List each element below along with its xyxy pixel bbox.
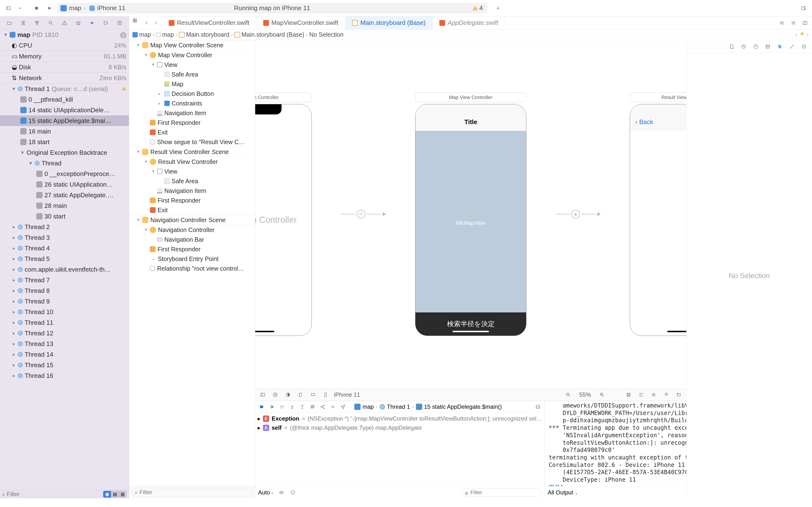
embed-in-icon[interactable] bbox=[624, 391, 633, 399]
related-items-icon[interactable] bbox=[129, 16, 141, 24]
symbol-navigator-icon[interactable] bbox=[33, 18, 42, 27]
outline-navitem[interactable]: Navigation Item bbox=[129, 108, 255, 118]
disclosure-icon[interactable]: ▼ bbox=[3, 32, 8, 38]
outline-exit[interactable]: Exit bbox=[129, 205, 255, 215]
go-back-icon[interactable] bbox=[143, 19, 151, 27]
stack-frame-row[interactable]: 28 main bbox=[0, 201, 129, 211]
debug-navigator-icon[interactable] bbox=[88, 18, 97, 27]
scene-title[interactable]: Result View Controller bbox=[630, 93, 686, 102]
add-constraints-icon[interactable] bbox=[650, 391, 658, 399]
debug-jump-project[interactable]: map bbox=[362, 403, 374, 410]
device-label[interactable]: iPhone 11 bbox=[334, 391, 360, 398]
disclosure-icon[interactable]: ▼ bbox=[136, 218, 140, 222]
disclosure-icon[interactable]: ▸ bbox=[258, 425, 260, 431]
breakpoint-navigator-icon[interactable] bbox=[101, 18, 110, 27]
outline-vc[interactable]: ▼Navigation Controller bbox=[129, 225, 255, 235]
disclosure-icon[interactable]: ▸ bbox=[12, 288, 16, 293]
disclosure-icon[interactable]: ▸ bbox=[12, 373, 16, 378]
exception-thread-row[interactable]: ▼Thread bbox=[0, 158, 129, 169]
jump-segment[interactable]: Main.storyboard (Base) bbox=[242, 31, 305, 38]
align-icon[interactable] bbox=[637, 391, 645, 399]
variables-list[interactable]: ▸EException = (NSException *) "-[map.Map… bbox=[255, 412, 545, 486]
jump-bar[interactable]: map› map› Main.storyboard› Main.storyboa… bbox=[129, 30, 812, 40]
seg-1[interactable]: ▣ bbox=[103, 491, 111, 498]
outline-map[interactable]: Map bbox=[129, 79, 255, 89]
zoom-out-icon[interactable] bbox=[564, 391, 572, 399]
segue-arrow[interactable]: ⟳ bbox=[341, 210, 386, 219]
toggle-outline-icon[interactable] bbox=[259, 391, 267, 399]
stack-frame-row[interactable]: 30 start bbox=[0, 211, 129, 222]
resolve-constraints-icon[interactable] bbox=[662, 391, 670, 399]
disclosure-icon[interactable]: ▼ bbox=[12, 87, 16, 92]
editor-tab[interactable]: Main.storyboard (Base) bbox=[345, 16, 433, 29]
issue-navigator-icon[interactable] bbox=[60, 18, 69, 27]
zoom-percent[interactable]: 55% bbox=[576, 391, 594, 398]
ib-canvas[interactable]: Navigation Controller Navigation Control… bbox=[255, 40, 686, 388]
thread-row[interactable]: ▸Thread 15 bbox=[0, 360, 129, 370]
outline-scene[interactable]: ▼Result View Controller Scene bbox=[129, 147, 255, 157]
seg-3[interactable]: ▥ bbox=[119, 491, 126, 498]
jump-segment[interactable]: map bbox=[139, 31, 151, 38]
thread-row[interactable]: ▸Thread 7 bbox=[0, 275, 129, 285]
thread-row[interactable]: ▸Thread 3 bbox=[0, 232, 129, 243]
zoom-in-icon[interactable] bbox=[598, 391, 606, 399]
thread-row[interactable]: ▸Thread 8 bbox=[0, 285, 129, 296]
outline-exit[interactable]: Exit bbox=[129, 127, 255, 137]
outline-segue[interactable]: Show segue to "Result View C… bbox=[129, 137, 255, 147]
disclosure-icon[interactable]: ▸ bbox=[12, 256, 16, 262]
phone-frame[interactable]: Title MKMapView 検索半径を決定 bbox=[415, 104, 526, 336]
size-inspector-icon[interactable] bbox=[788, 43, 796, 51]
disclosure-icon[interactable]: ▸ bbox=[12, 245, 16, 251]
disclosure-icon[interactable]: ▸ bbox=[12, 299, 16, 304]
disclosure-icon[interactable]: ▸ bbox=[12, 267, 16, 272]
scene-navigation-controller[interactable]: Navigation Controller Navigation Control… bbox=[255, 93, 312, 336]
outline-vc[interactable]: ▼Map View Controller bbox=[129, 50, 255, 60]
simulate-location-icon[interactable] bbox=[339, 403, 347, 411]
file-inspector-icon[interactable] bbox=[727, 43, 735, 51]
outline-navitem[interactable]: Navigation Item bbox=[129, 186, 255, 195]
disclosure-icon[interactable]: ▸ bbox=[158, 101, 162, 106]
find-navigator-icon[interactable] bbox=[46, 18, 55, 27]
toggle-debug-area-icon[interactable] bbox=[534, 403, 542, 411]
variable-row[interactable]: ▸EException = (NSException *) "-[map.Map… bbox=[258, 414, 542, 423]
phone-frame[interactable]: Navigation Controller bbox=[255, 104, 312, 336]
disclosure-icon[interactable]: ▼ bbox=[151, 62, 155, 67]
disclosure-icon[interactable]: ▸ bbox=[12, 352, 16, 357]
outline-relationship[interactable]: Relationship "root view control… bbox=[129, 264, 255, 273]
outline-first-responder[interactable]: First Responder bbox=[129, 118, 255, 127]
outline-entry-point[interactable]: →Storyboard Entry Point bbox=[129, 254, 255, 264]
thread-row[interactable]: ▼ Thread 1 Queue: c…d (serial) bbox=[0, 83, 129, 94]
outline-first-responder[interactable]: First Responder bbox=[129, 244, 255, 254]
disclosure-icon[interactable]: ▸ bbox=[12, 309, 16, 315]
disclosure-icon[interactable]: ▼ bbox=[144, 228, 148, 232]
next-issue-icon[interactable]: › bbox=[807, 31, 809, 38]
navigator-filter-input[interactable] bbox=[7, 491, 101, 498]
gauge-network[interactable]: ⇅NetworkZero KB/s bbox=[0, 73, 129, 83]
outline-view[interactable]: ▼View bbox=[129, 167, 255, 176]
editor-tab[interactable]: MapViewController.swift bbox=[256, 16, 345, 29]
connections-inspector-icon[interactable] bbox=[800, 43, 808, 51]
continue-icon[interactable] bbox=[268, 403, 276, 411]
gauge-disk[interactable]: ◒Disk8 KB/s bbox=[0, 62, 129, 72]
scene-title[interactable]: Navigation Controller bbox=[255, 93, 312, 102]
exception-backtrace-header[interactable]: ▼Original Exception Backtrace bbox=[0, 147, 129, 158]
disclosure-icon[interactable]: ▼ bbox=[136, 43, 140, 47]
debug-memory-graph-icon[interactable] bbox=[318, 403, 327, 411]
outline-scene[interactable]: ▼Map View Controller Scene bbox=[129, 40, 255, 50]
outline-constraints[interactable]: ▸Constraints bbox=[129, 99, 255, 108]
jump-segment[interactable]: No Selection bbox=[309, 31, 344, 38]
disclosure-icon[interactable]: ▸ bbox=[12, 235, 16, 240]
debug-jump-thread[interactable]: Thread 1 bbox=[387, 403, 410, 410]
scene-result-vc[interactable]: Result View Controller ‹ Back bbox=[630, 93, 686, 336]
source-control-navigator-icon[interactable] bbox=[18, 18, 28, 27]
editor-tab[interactable]: AppDelegate.swift bbox=[433, 16, 505, 29]
thread-row[interactable]: ▸Thread 2 bbox=[0, 222, 129, 232]
thread-row[interactable]: ▸Thread 16 bbox=[0, 370, 129, 381]
thread-row[interactable]: ▸Thread 9 bbox=[0, 296, 129, 306]
disclosure-icon[interactable]: ▼ bbox=[136, 150, 140, 154]
disclosure-icon[interactable]: ▸ bbox=[12, 362, 16, 368]
thread-row[interactable]: ▸Thread 11 bbox=[0, 317, 129, 328]
outline-navbar[interactable]: Navigation Bar bbox=[129, 235, 255, 244]
thread-row[interactable]: ▸Thread 14 bbox=[0, 349, 129, 360]
disclosure-icon[interactable]: ▼ bbox=[29, 161, 33, 166]
